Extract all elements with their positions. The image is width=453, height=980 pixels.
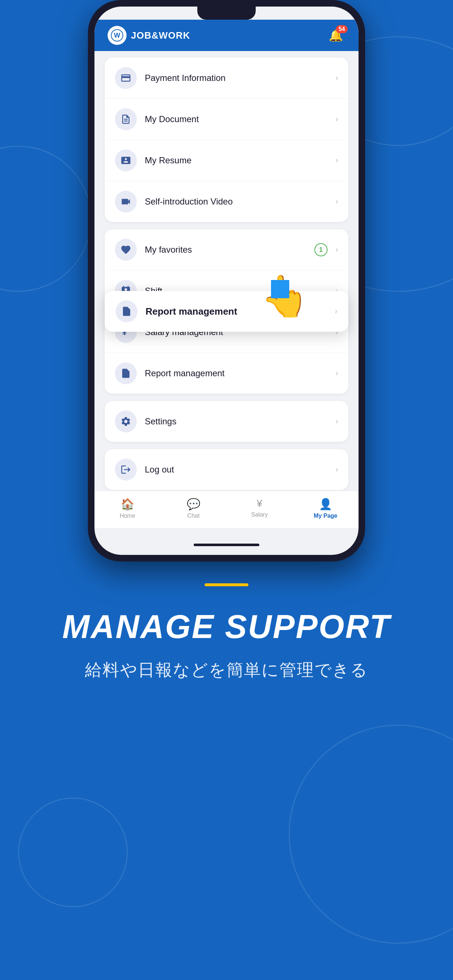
hand-cursor-container: 👆 [264, 276, 308, 328]
logout-label: Log out [145, 465, 327, 475]
logo-area: W JOB&WORK [108, 26, 190, 45]
bottom-section: MANAGE SUPPORT 給料や日報などを簡単に管理できる [0, 562, 453, 980]
favorites-label: My favorites [145, 245, 306, 255]
menu-item-report[interactable]: Report management › [105, 353, 348, 394]
nav-item-mypage[interactable]: 👤 My Page [292, 498, 359, 519]
settings-label: Settings [145, 416, 327, 426]
settings-icon-circle [115, 410, 137, 433]
hand-cursor: 👆 [264, 276, 308, 328]
chat-nav-label: Chat [187, 512, 200, 519]
accent-bar [205, 583, 248, 586]
mypage-nav-label: My Page [314, 512, 337, 519]
floating-tooltip: Report management › [105, 291, 348, 332]
nav-item-chat[interactable]: 💬 Chat [161, 498, 226, 519]
home-nav-icon: 🏠 [121, 498, 134, 511]
document-icon-circle [115, 108, 137, 130]
salary-nav-icon: ¥ [257, 498, 263, 509]
phone-screen: W JOB&WORK 🔔 54 [94, 6, 359, 555]
video-chevron: › [335, 197, 338, 206]
tooltip-chevron: › [335, 307, 337, 316]
payment-icon-circle [115, 67, 137, 89]
menu-card-1: Payment Information › My Document › [105, 57, 348, 222]
manage-title: MANAGE SUPPORT [62, 608, 391, 646]
menu-item-resume[interactable]: My Resume › [105, 140, 348, 181]
resume-icon-circle [115, 150, 137, 171]
scroll-content: Payment Information › My Document › [94, 51, 359, 504]
notification-count: 54 [336, 25, 348, 33]
app-title: JOB&WORK [131, 30, 190, 41]
menu-card-3: Settings › [105, 401, 348, 442]
svg-text:W: W [114, 32, 120, 39]
menu-card-4: Log out › [105, 449, 348, 490]
menu-item-settings[interactable]: Settings › [105, 401, 348, 442]
video-label: Self-introduction Video [145, 197, 327, 207]
salary-nav-label: Salary [251, 512, 268, 518]
logo-icon: W [108, 26, 126, 45]
document-chevron: › [335, 115, 338, 124]
report-icon-circle [115, 363, 137, 384]
report-label: Report management [145, 368, 327, 379]
tooltip-icon [116, 301, 137, 322]
menu-item-favorites[interactable]: My favorites 1 › [105, 229, 348, 270]
home-indicator [194, 544, 259, 546]
favorites-icon-circle [115, 239, 137, 261]
nav-item-home[interactable]: 🏠 Home [94, 498, 161, 519]
menu-item-video[interactable]: Self-introduction Video › [105, 181, 348, 222]
menu-item-payment[interactable]: Payment Information › [105, 57, 348, 99]
notification-bell[interactable]: 🔔 54 [327, 26, 345, 45]
menu-item-logout[interactable]: Log out › [105, 449, 348, 490]
menu-item-document[interactable]: My Document › [105, 99, 348, 140]
resume-chevron: › [335, 156, 338, 165]
chat-nav-icon: 💬 [187, 498, 200, 511]
payment-label: Payment Information [145, 73, 327, 83]
manage-subtitle: 給料や日報などを簡単に管理できる [85, 659, 368, 681]
tap-circle [271, 280, 289, 298]
favorites-badge: 1 [314, 243, 327, 256]
mypage-nav-icon: 👤 [319, 498, 332, 511]
logout-icon-circle [115, 459, 137, 480]
document-label: My Document [145, 114, 327, 124]
video-icon-circle [115, 191, 137, 213]
settings-chevron: › [335, 417, 338, 426]
favorites-chevron: › [335, 245, 338, 255]
phone-mockup: W JOB&WORK 🔔 54 [88, 0, 365, 562]
resume-label: My Resume [145, 155, 327, 165]
phone-notch [197, 6, 256, 20]
phone-frame: W JOB&WORK 🔔 54 [88, 0, 365, 562]
payment-chevron: › [335, 73, 338, 83]
nav-item-salary[interactable]: ¥ Salary [226, 498, 292, 519]
app-header: W JOB&WORK 🔔 54 [94, 20, 359, 51]
logout-chevron: › [335, 465, 338, 474]
bottom-navigation: 🏠 Home 💬 Chat ¥ Salary 👤 My Page [94, 491, 359, 528]
report-chevron: › [335, 369, 338, 378]
home-nav-label: Home [120, 512, 135, 519]
